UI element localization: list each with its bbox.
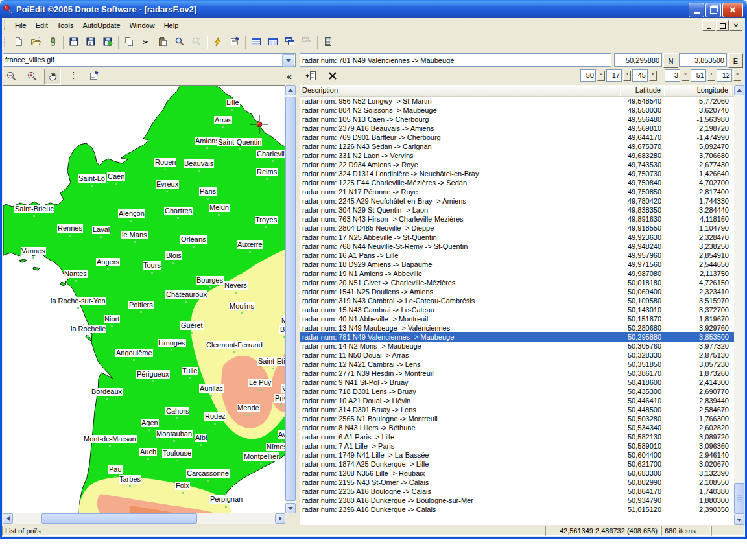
lat-minutes-field[interactable]: 17 — [606, 69, 622, 82]
map-horizontal-scrollbar[interactable] — [3, 513, 285, 524]
table-row[interactable]: radar num: 16 A1 Paris -> Lille49,957960… — [300, 251, 734, 260]
table-row[interactable]: radar num: 319 N43 Cambrai -> Le-Cateau-… — [300, 296, 734, 305]
calculator-button[interactable] — [320, 34, 337, 51]
table-row[interactable]: radar num: 6 A1 Paris -> Lille50,5821303… — [300, 432, 734, 441]
pan-button[interactable] — [44, 69, 61, 85]
menu-help[interactable]: Help — [160, 19, 184, 31]
cut-button[interactable]: ✂ — [137, 34, 154, 51]
table-row[interactable]: radar num: 2245 A29 Neufchâtel-en-Bray -… — [300, 196, 734, 205]
autoupdate-run-button[interactable] — [209, 34, 226, 51]
table-row[interactable]: radar num: 1749 N41 Lille -> La-Bassée50… — [300, 450, 734, 460]
find-button[interactable] — [171, 34, 188, 51]
scroll-up-button[interactable] — [285, 85, 296, 95]
map-vertical-scrollbar[interactable] — [285, 85, 296, 513]
restore-button[interactable] — [706, 3, 721, 18]
table-row[interactable]: radar num: 8 N43 Lillers -> Béthune50,53… — [300, 423, 734, 432]
lon-minutes-field[interactable]: 51 — [691, 69, 706, 82]
table-row[interactable]: radar num: 18 D929 Amiens -> Bapaume49,9… — [300, 260, 734, 269]
zoom-in-button[interactable] — [23, 69, 40, 85]
mdi-restore-button[interactable] — [716, 20, 729, 31]
title-bar[interactable]: PoiEdit ©2005 Dnote Software - [radarsF.… — [0, 0, 747, 18]
find-next-button[interactable] — [188, 34, 205, 51]
zoom-out-button[interactable] — [3, 69, 19, 85]
table-row[interactable]: radar num: 768 N44 Neuville-St-Remy -> S… — [300, 242, 734, 251]
lat-seconds-field[interactable]: 45 — [632, 69, 648, 82]
lon-seconds-field[interactable]: 12 — [717, 69, 732, 82]
table-row[interactable]: radar num: 14 N2 Mons -> Maubeuge50,3057… — [300, 342, 734, 351]
tile-windows-button[interactable] — [298, 34, 315, 51]
close-button[interactable]: ✕ — [722, 3, 743, 18]
table-row[interactable]: radar num: 15 N43 Cambrai -> Le-Cateau50… — [300, 305, 734, 314]
table-row[interactable]: radar num: 763 N43 Hirson -> Charleville… — [300, 215, 734, 224]
table-row[interactable]: radar num: 40 N1 Abbeville -> Montreuil5… — [300, 314, 734, 323]
table-row[interactable]: radar num: 2235 A16 Boulogne -> Calais50… — [300, 487, 734, 496]
lon-degrees-field[interactable]: 3 — [665, 69, 680, 82]
table-row[interactable]: radar num: 19 N1 Amiens -> Abbeville49,9… — [300, 269, 734, 278]
table-row[interactable]: radar num: 314 D301 Bruay -> Lens50,4485… — [300, 405, 734, 414]
open-file-button[interactable] — [27, 34, 44, 51]
longitude-input[interactable] — [679, 53, 727, 67]
table-row[interactable]: radar num: 22 D934 Amiens -> Roye49,7435… — [300, 160, 734, 169]
table-row[interactable]: radar num: 2804 D485 Neuville -> Dieppe4… — [300, 224, 734, 233]
save-as-button[interactable]: 2 — [82, 34, 99, 51]
collapse-panel-button[interactable]: « — [287, 71, 292, 82]
scroll-right-button[interactable] — [275, 513, 285, 524]
table-row[interactable]: radar num: 9 N41 St-Pol -> Bruay50,41860… — [300, 378, 734, 387]
table-row[interactable]: radar num: 331 N2 Laon -> Vervins49,6832… — [300, 151, 734, 160]
table-row[interactable]: radar num: 304 N29 St-Quentin -> Laon49,… — [300, 205, 734, 215]
table-row[interactable]: radar num: 2771 N39 Hesdin -> Montreuil5… — [300, 369, 734, 378]
view-horizontal-button[interactable] — [248, 34, 265, 51]
properties-button[interactable] — [226, 34, 243, 51]
menu-edit[interactable]: Edit — [31, 19, 53, 31]
table-row[interactable]: radar num: 12 N421 Cambrai -> Lens50,351… — [300, 360, 734, 369]
map-image-combo[interactable]: france_villes.gif — [3, 53, 296, 67]
delete-poi-button[interactable] — [324, 69, 341, 85]
minimize-button[interactable] — [689, 3, 704, 18]
north-hemisphere-button[interactable]: N — [663, 53, 678, 68]
menu-file[interactable]: File — [10, 19, 31, 31]
table-row[interactable]: radar num: 17 N25 Abbeville -> St-Quenti… — [300, 233, 734, 242]
latitude-input[interactable] — [614, 53, 662, 67]
scroll-left-button[interactable] — [3, 513, 13, 524]
save-all-button[interactable] — [99, 34, 116, 51]
copy-button[interactable] — [121, 34, 137, 51]
table-row[interactable]: radar num: 1225 E44 Charleville-Mézières… — [300, 178, 734, 187]
mdi-close-button[interactable]: ✕ — [729, 20, 742, 31]
lat-degrees-field[interactable]: 50 — [580, 69, 596, 82]
table-row[interactable]: radar num: 956 N52 Longwy -> St-Martin49… — [300, 97, 734, 106]
table-row[interactable]: radar num: 1874 A25 Dunkerque -> Lille50… — [300, 460, 734, 469]
table-row[interactable]: radar num: 2380 A16 Dunkerque -> Boulogn… — [300, 496, 734, 505]
table-row[interactable]: radar num: 1541 N25 Doullens -> Amiens50… — [300, 287, 734, 296]
column-header-latitude[interactable]: Latitude — [621, 85, 665, 96]
table-row[interactable]: radar num: 781 N49 Valenciennes -> Maube… — [300, 332, 734, 342]
scroll-thumb[interactable] — [42, 513, 197, 524]
table-row[interactable]: radar num: 13 N49 Maubeuge -> Valencienn… — [300, 323, 734, 332]
table-row[interactable]: radar num: 2195 N43 St-Omer -> Calais50,… — [300, 478, 734, 487]
scroll-down-button[interactable] — [734, 515, 744, 525]
view-vertical-button[interactable] — [265, 34, 281, 51]
column-header-description[interactable]: Description — [300, 85, 621, 96]
table-row[interactable]: radar num: 804 N2 Soissons -> Maubeuge49… — [300, 106, 734, 115]
table-row[interactable]: radar num: 1226 N43 Sedan -> Carignan49,… — [300, 142, 734, 151]
map-properties-button[interactable] — [86, 69, 102, 85]
scroll-down-button[interactable] — [285, 503, 296, 513]
table-row[interactable]: radar num: 1208 N356 Lille -> Roubaix50,… — [300, 469, 734, 478]
scroll-thumb[interactable] — [734, 483, 744, 514]
table-row[interactable]: radar num: 769 D901 Barfleur -> Cherbour… — [300, 133, 734, 142]
column-header-longitude[interactable]: Longitude — [665, 85, 733, 96]
table-row[interactable]: radar num: 10 A21 Douai -> Liévin50,4464… — [300, 396, 734, 405]
table-row[interactable]: radar num: 21 N17 Péronne -> Roye49,7508… — [300, 187, 734, 196]
table-row[interactable]: radar num: 718 D301 Lens -> Bruay50,4353… — [300, 387, 734, 396]
paste-button[interactable] — [154, 34, 171, 51]
table-row[interactable]: radar num: 7 A1 Lille -> Paris50,5890103… — [300, 441, 734, 450]
table-row[interactable]: radar num: 2379 A16 Beauvais -> Amiens49… — [300, 124, 734, 133]
table-row[interactable]: radar num: 324 D1314 Londinière -> Neuch… — [300, 169, 734, 178]
map-canvas[interactable]: LilleArrasAmiensSaint-QuentinCharleville… — [3, 85, 286, 514]
gps-device-button[interactable] — [44, 34, 61, 51]
mdi-minimize-button[interactable] — [702, 20, 715, 31]
combo-dropdown-button[interactable] — [282, 54, 294, 67]
menu-window[interactable]: Window — [125, 19, 160, 31]
menu-autoupdate[interactable]: AutoUpdate — [78, 19, 124, 31]
poi-name-input[interactable] — [300, 53, 611, 67]
table-row[interactable]: radar num: 2565 N1 Boulogne -> Montreuil… — [300, 414, 734, 423]
